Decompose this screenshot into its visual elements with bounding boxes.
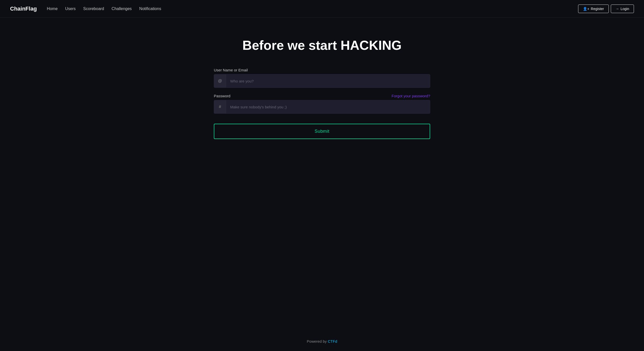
- username-input[interactable]: [226, 74, 430, 87]
- login-icon: →: [616, 7, 619, 11]
- password-label: Password: [214, 94, 230, 98]
- username-group: User Name or Email @: [214, 68, 430, 88]
- username-label: User Name or Email: [214, 68, 430, 72]
- nav-links: Home Users Scoreboard Challenges Notific…: [47, 7, 578, 11]
- footer: Powered by CTFd: [0, 332, 644, 351]
- nav-scoreboard[interactable]: Scoreboard: [83, 7, 104, 11]
- register-icon: 👤+: [583, 7, 589, 11]
- username-icon: @: [214, 74, 226, 87]
- nav-actions: 👤+ Register → Login: [578, 5, 634, 13]
- navbar: ChainFlag Home Users Scoreboard Challeng…: [0, 0, 644, 18]
- forgot-password-link[interactable]: Forgot your password?: [392, 94, 430, 98]
- username-input-wrapper: @: [214, 74, 430, 88]
- ctfd-link[interactable]: CTFd: [328, 339, 337, 343]
- nav-notifications[interactable]: Notifications: [139, 7, 161, 11]
- password-icon: #: [214, 100, 226, 113]
- register-button[interactable]: 👤+ Register: [578, 5, 609, 13]
- powered-by-text: Powered by: [307, 339, 328, 343]
- nav-home[interactable]: Home: [47, 7, 58, 11]
- password-input-wrapper: #: [214, 100, 430, 114]
- login-form-container: User Name or Email @ Password Forgot you…: [214, 68, 430, 139]
- main-content: Before we start HACKING User Name or Ema…: [0, 18, 644, 332]
- nav-challenges[interactable]: Challenges: [112, 7, 132, 11]
- password-label-row: Password Forgot your password?: [214, 94, 430, 98]
- page-title: Before we start HACKING: [243, 38, 402, 53]
- nav-users[interactable]: Users: [65, 7, 76, 11]
- password-input[interactable]: [226, 100, 430, 113]
- submit-button[interactable]: Submit: [214, 124, 430, 139]
- password-group: Password Forgot your password? #: [214, 94, 430, 114]
- login-button[interactable]: → Login: [611, 5, 634, 13]
- brand-logo: ChainFlag: [10, 6, 37, 12]
